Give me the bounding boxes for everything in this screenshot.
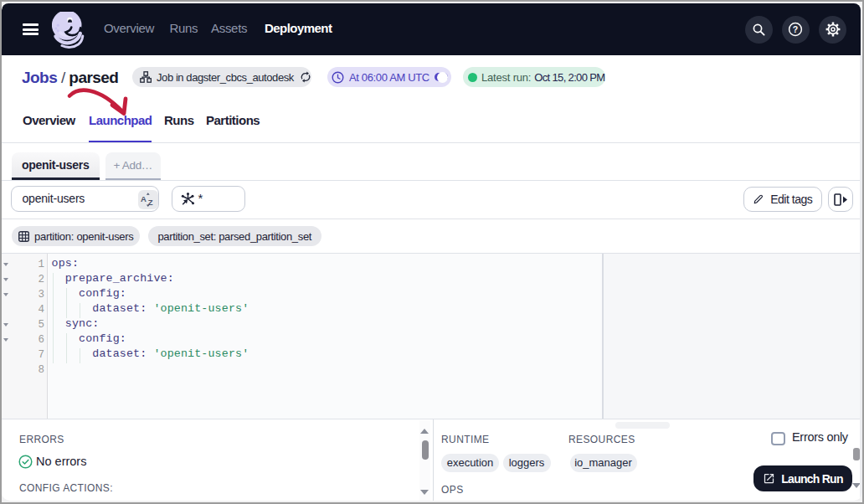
svg-text:?: ? — [792, 24, 797, 34]
svg-text:A: A — [141, 194, 147, 203]
